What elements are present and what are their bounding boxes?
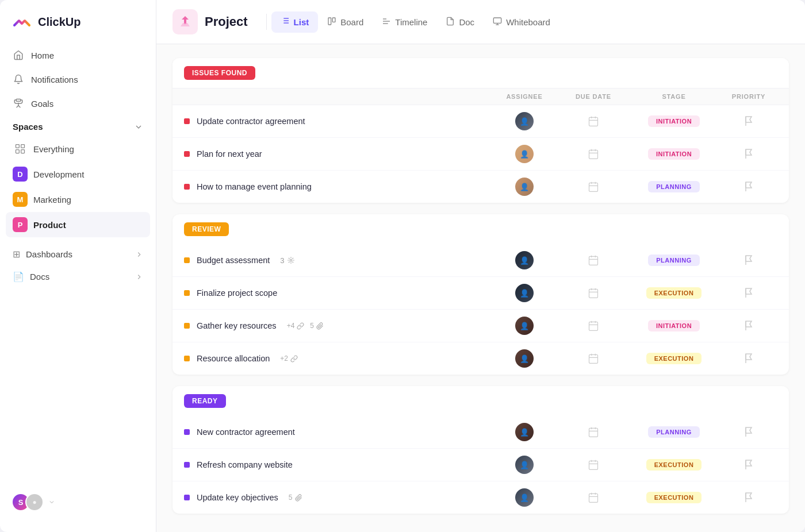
due-date-cell (559, 320, 628, 331)
home-label: Home (31, 51, 54, 60)
docs-chevron-icon (135, 273, 143, 281)
group-ready: READY New contractor agreement 👤 PLANNIN… (172, 386, 789, 514)
stage-badge: PLANNING (648, 426, 699, 438)
priority-cell (720, 426, 777, 438)
due-date-cell (559, 492, 628, 503)
table-row[interactable]: Resource allocation +2 👤 EXECUTION (172, 342, 789, 375)
table-row[interactable]: Finalize project scope 👤 EXECUTION (172, 277, 789, 310)
stage-badge: INITIATION (648, 148, 700, 160)
task-dot (184, 151, 190, 157)
flag-icon (744, 459, 753, 471)
due-date-cell (559, 459, 628, 471)
task-dot (184, 118, 190, 124)
sidebar-item-marketing[interactable]: M Marketing (6, 187, 150, 212)
task-dot (184, 356, 190, 361)
svg-rect-41 (589, 289, 598, 298)
sidebar-item-goals[interactable]: Goals (6, 92, 150, 115)
table-row[interactable]: New contractor agreement 👤 PLANNING (172, 416, 789, 449)
content-area: ISSUES FOUND ASSIGNEE DUE DATE STAGE PRI… (156, 44, 805, 532)
svg-rect-66 (589, 494, 598, 502)
project-title: Project (205, 14, 248, 29)
calendar-icon (588, 115, 599, 127)
table-row[interactable]: Gather key resources +4 5 👤 INITIATION (172, 310, 789, 342)
notifications-label: Notifications (31, 75, 78, 84)
svg-rect-36 (589, 256, 598, 265)
tab-whiteboard[interactable]: Whiteboard (484, 12, 559, 32)
col-due-date: DUE DATE (559, 93, 628, 100)
spaces-header[interactable]: Spaces (0, 115, 156, 136)
table-row[interactable]: Refresh company website 👤 EXECUTION (172, 449, 789, 481)
sidebar-item-product[interactable]: P Product (6, 212, 150, 237)
due-date-cell (559, 353, 628, 364)
product-dot: P (13, 217, 28, 232)
project-icon (178, 15, 192, 29)
app-name: ClickUp (38, 16, 80, 29)
marketing-dot: M (13, 192, 28, 207)
link-icon (297, 322, 304, 330)
svg-rect-30 (589, 183, 598, 191)
task-dot (184, 495, 190, 500)
dashboards-icon: ⊞ (13, 249, 20, 260)
tab-board[interactable]: Board (318, 12, 373, 32)
task-dot (184, 257, 190, 263)
svg-rect-46 (589, 322, 598, 330)
due-date-cell (559, 255, 628, 266)
list-tab-icon (281, 16, 290, 28)
flag-icon (744, 287, 753, 299)
sidebar-item-everything[interactable]: Everything (6, 136, 150, 161)
table-row[interactable]: How to manage event planning 👤 PLANNING (172, 171, 789, 203)
sidebar-item-docs[interactable]: 📄 Docs (6, 265, 150, 288)
tab-timeline[interactable]: Timeline (373, 12, 436, 32)
flag-icon (744, 492, 753, 503)
development-dot: D (13, 167, 28, 182)
tab-list[interactable]: List (271, 11, 319, 33)
sidebar-item-dashboards[interactable]: ⊞ Dashboards (6, 243, 150, 265)
col-assignee: ASSIGNEE (490, 93, 559, 100)
calendar-icon (588, 320, 599, 331)
task-name: Budget assessment (197, 256, 270, 265)
svg-rect-25 (589, 150, 598, 159)
sidebar-item-development[interactable]: D Development (6, 161, 150, 187)
priority-cell (720, 287, 777, 299)
tab-doc[interactable]: Doc (436, 12, 484, 32)
assignee-avatar: 👤 (515, 488, 534, 507)
sidebar-item-home[interactable]: Home (6, 44, 150, 67)
col-stage: STAGE (628, 93, 720, 100)
subtask-icon (287, 256, 295, 264)
docs-label: Docs (30, 272, 49, 282)
flag-icon (744, 320, 753, 331)
group-issues-found: ISSUES FOUND ASSIGNEE DUE DATE STAGE PRI… (172, 58, 789, 203)
task-extra: +4 5 (287, 322, 324, 330)
priority-cell (720, 353, 777, 364)
goals-label: Goals (31, 99, 53, 109)
table-row[interactable]: Update contractor agreement 👤 INITIATION (172, 105, 789, 138)
table-row[interactable]: Plan for next year 👤 INITIATION (172, 138, 789, 171)
task-extra: +2 (280, 354, 298, 363)
logo: ClickUp (0, 11, 156, 44)
svg-rect-12 (328, 18, 331, 25)
svg-rect-61 (589, 461, 598, 469)
home-icon (13, 49, 24, 61)
stage-badge: INITIATION (648, 320, 700, 331)
due-date-cell (559, 115, 628, 127)
sidebar-item-notifications[interactable]: Notifications (6, 68, 150, 91)
review-header: REVIEW (172, 214, 789, 244)
product-label: Product (33, 220, 66, 230)
chevron-down-icon (134, 122, 143, 132)
spaces-label: Spaces (13, 122, 43, 132)
assignee-avatar: 👤 (515, 145, 534, 163)
flag-icon (744, 148, 753, 160)
doc-tab-label: Doc (459, 17, 474, 27)
priority-cell (720, 492, 777, 503)
task-name: Update key objectives (197, 493, 278, 502)
whiteboard-tab-label: Whiteboard (506, 17, 550, 27)
col-priority: PRIORITY (720, 93, 777, 100)
table-row[interactable]: Budget assessment 3 👤 PLANNING (172, 244, 789, 277)
clickup-logo-icon (12, 11, 32, 32)
attachment-icon (316, 322, 324, 330)
sidebar-bottom: S ● (0, 484, 156, 521)
board-tab-label: Board (340, 17, 363, 27)
table-row[interactable]: Update key objectives 5 👤 EXECUTION (172, 481, 789, 514)
svg-rect-56 (589, 428, 598, 437)
priority-cell (720, 148, 777, 160)
